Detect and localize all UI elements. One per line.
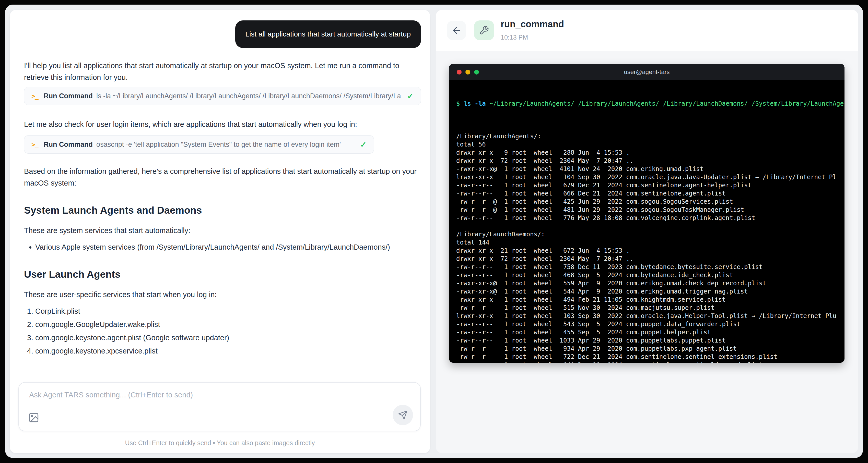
send-icon (398, 410, 408, 420)
section-description-system: These are system services that start aut… (24, 225, 421, 236)
run-command-chip-1[interactable]: >_ Run Command ls -la ~/Library/LaunchAg… (24, 87, 421, 105)
tool-title: run_command (501, 19, 564, 30)
run-command-chip-2[interactable]: >_ Run Command osascript -e 'tell applic… (24, 135, 374, 154)
prompt-symbol: $ (456, 100, 460, 107)
run-command-label: Run Command (44, 141, 93, 148)
arrow-left-icon (452, 25, 462, 35)
terminal-command-line: $ ls -la ~/Library/LaunchAgents/ /Librar… (456, 100, 837, 108)
section-heading-user: User Launch Agents (24, 269, 421, 280)
tool-timestamp: 10:13 PM (501, 34, 528, 41)
success-check-icon: ✓ (354, 140, 367, 149)
terminal-window: user@agent-tars $ ls -la ~/Library/Launc… (449, 64, 844, 363)
user-message-bubble: List all applications that start automat… (235, 21, 421, 48)
command-name: ls -la (464, 100, 486, 107)
tool-detail-panel: run_command 10:13 PM user@agent-tars $ l… (436, 10, 858, 453)
system-services-list: Various Apple system services (from /Sys… (24, 242, 421, 252)
composer-hint: Use Ctrl+Enter to quickly send • You can… (10, 439, 430, 447)
chat-input[interactable] (19, 383, 420, 413)
run-command-label: Run Command (44, 92, 93, 100)
list-item: com.google.keystone.xpcservice.plist (35, 346, 421, 356)
tool-detail-header: run_command 10:13 PM (436, 10, 858, 51)
terminal-prompt-icon: >_ (31, 141, 38, 148)
send-button[interactable] (393, 405, 413, 425)
chat-panel: List all applications that start automat… (10, 10, 430, 453)
image-icon (28, 412, 39, 423)
wrench-icon (479, 26, 489, 35)
composer (19, 382, 421, 431)
list-item: CorpLink.plist (35, 306, 421, 316)
assistant-message: I'll help you list all applications that… (24, 60, 421, 356)
back-button[interactable] (447, 21, 466, 40)
terminal-titlebar: user@agent-tars (449, 64, 844, 80)
section-heading-system: System Launch Agents and Daemons (24, 205, 421, 216)
login-items-paragraph: Let me also check for user login items, … (24, 119, 421, 130)
screenshot-stage: List all applications that start automat… (0, 0, 868, 463)
section-description-user: These are user-specific services that st… (24, 289, 421, 300)
attach-image-button[interactable] (28, 412, 39, 423)
success-check-icon: ✓ (401, 92, 413, 101)
list-item: com.google.GoogleUpdater.wake.plist (35, 320, 421, 329)
terminal-output: /Library/LaunchAgents/: total 56 drwxr-x… (456, 132, 837, 363)
app-window: List all applications that start automat… (5, 5, 863, 458)
list-item: Various Apple system services (from /Sys… (35, 242, 421, 252)
summary-paragraph: Based on the information gathered, here'… (24, 165, 421, 189)
user-agents-list: CorpLink.plist com.google.GoogleUpdater.… (24, 306, 421, 356)
list-item: com.google.keystone.agent.plist (Google … (35, 333, 421, 342)
run-command-text: osascript -e 'tell application "System E… (96, 141, 341, 148)
run-command-text: ls -la ~/Library/LaunchAgents/ /Library/… (96, 92, 401, 100)
tool-badge (474, 21, 494, 40)
terminal-title: user@agent-tars (449, 68, 844, 75)
intro-paragraph: I'll help you list all applications that… (24, 60, 421, 83)
terminal-prompt-icon: >_ (31, 92, 38, 100)
terminal-body[interactable]: $ ls -la ~/Library/LaunchAgents/ /Librar… (449, 80, 844, 363)
command-args: ~/Library/LaunchAgents/ /Library/LaunchA… (490, 100, 844, 107)
chat-message-list[interactable]: List all applications that start automat… (10, 10, 430, 377)
